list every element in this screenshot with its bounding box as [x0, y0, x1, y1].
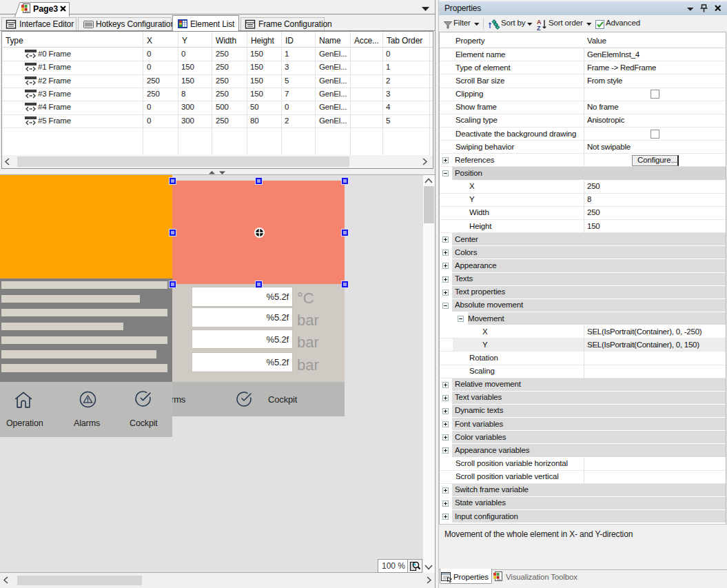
svg-text:Z: Z — [537, 25, 541, 32]
